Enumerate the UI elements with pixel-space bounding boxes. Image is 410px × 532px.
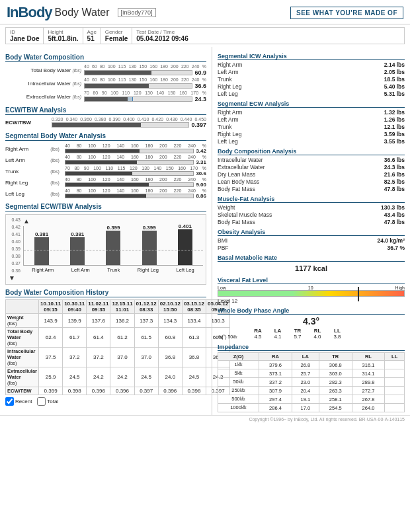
history-icw-2: 37.2 xyxy=(63,348,87,367)
segmental-section: Right Arm (lbs) 408010012014016018020022… xyxy=(5,143,206,199)
total-body-water-row: Total Body Water (lbs) 40608010011513015… xyxy=(5,64,206,76)
history-ecw-3: 24.2 xyxy=(87,367,110,387)
history-table: 10.10.1109:15 10.30.1109:40 11.02.1109:3… xyxy=(5,299,230,395)
seg-ra-fill xyxy=(65,149,140,153)
total-checkbox[interactable] xyxy=(37,397,46,406)
history-col-5: 01.12.1208:33 xyxy=(134,300,158,314)
ll-scale: 4080100120140160180200220240% xyxy=(65,188,206,193)
phase-data: ⊕(°) 50㎑ 4.5 4.1 5.7 4.0 3.8 xyxy=(218,334,405,340)
imp-col-ll: LL xyxy=(385,353,405,361)
imp-tr-4: 263.3 xyxy=(319,387,352,395)
obesity-bmi: BMI 24.0 kg/m² xyxy=(218,237,405,244)
seg-tr-value: 30.6 xyxy=(196,171,206,176)
imp-500khz: 500㎑ 297.4 19.1 258.1 267.8 xyxy=(218,395,405,404)
ecw-bar-tr: 0.399 xyxy=(106,225,120,265)
seg-right-leg-row: Right Leg (lbs) 408010012014016018020022… xyxy=(5,177,206,188)
imp-250khz: 250㎑ 307.9 20.4 263.3 272.7 xyxy=(218,387,405,395)
history-ratio-7: 0.398 xyxy=(182,387,206,395)
history-weight-row: Weight(lbs) 143.9 139.9 137.6 136.2 137.… xyxy=(6,314,230,328)
history-tbw-6: 60.8 xyxy=(158,328,182,348)
history-tbw-3: 61.4 xyxy=(87,328,110,348)
bca-icw: Intracellular Water 36.6 lbs xyxy=(218,157,405,163)
legend-total[interactable]: Total xyxy=(37,397,58,406)
bca-dry-lean: Dry Lean Mass 21.6 lbs xyxy=(218,171,405,178)
obesity-title: Obesity Analysis xyxy=(218,229,405,236)
seg-right-arm-row: Right Arm (lbs) 408010012014016018020022… xyxy=(5,143,206,154)
seg-ra-track xyxy=(65,149,194,153)
seg-right-arm-label: Right Arm xyxy=(5,146,45,152)
imp-rl-5: 267.8 xyxy=(352,395,385,404)
seg-right-leg-bar: 4080100120140160180200220240% 9.00 xyxy=(65,177,206,188)
ecw-scale: 708090100110120130140150160170% xyxy=(84,91,206,95)
patient-gender-cell: Gender Female xyxy=(101,28,132,44)
ecwtbw-track xyxy=(52,122,189,128)
history-ratio-1: 0.399 xyxy=(39,387,63,395)
seg-ll-value: 8.86 xyxy=(196,193,206,199)
history-icw-4: 37.0 xyxy=(110,348,134,367)
extracellular-water-row: Extracellular Water (lbs) 70809010011012… xyxy=(5,91,206,102)
imp-ra-6: 286.4 xyxy=(259,404,292,412)
history-ratio-6: 0.396 xyxy=(158,387,182,395)
seg-tr-fill xyxy=(65,172,132,175)
impedance-table: Z(Ω) RA LA TR RL LL 1㎑ 379.6 26.8 306.8 … xyxy=(218,352,405,412)
imp-tr-6: 254.5 xyxy=(319,404,352,412)
imp-ra-4: 307.9 xyxy=(259,387,292,395)
imp-la-2: 25.7 xyxy=(292,369,319,378)
gender-value: Female xyxy=(105,35,128,42)
history-ecw-7: 24.5 xyxy=(182,367,206,387)
imp-freq-4: 250㎑ xyxy=(218,387,259,395)
ecw-label-la: Left Arm xyxy=(71,267,90,273)
logo-area: InBody Body Water [InBody770] xyxy=(7,4,156,21)
history-icw-1: 37.5 xyxy=(39,348,63,367)
seg-ecw-title: Segmental ECW/TBW Analysis xyxy=(5,203,206,211)
icw-fill xyxy=(85,84,149,88)
history-weight-1: 143.9 xyxy=(39,314,63,328)
visceral-indicator xyxy=(358,287,359,301)
seg-la-fill xyxy=(65,161,137,164)
history-weight-5: 137.3 xyxy=(134,314,158,328)
footer: Copyright ©1996~ by InBody, Ltd. All rig… xyxy=(0,415,410,423)
seg-rl-fill xyxy=(65,183,149,186)
imp-tr-3: 282.3 xyxy=(319,378,352,387)
seg-right-leg-label: Right Leg xyxy=(5,180,45,186)
history-ecw-4: 24.2 xyxy=(110,367,134,387)
ecw-label: Extracellular Water (lbs) xyxy=(5,94,81,100)
history-ecw-6: 24.0 xyxy=(158,367,182,387)
seg-right-leg-unit: (lbs) xyxy=(45,180,65,185)
tbw-fill xyxy=(85,71,151,75)
seg-right-arm-unit: (lbs) xyxy=(45,147,65,151)
seg-left-arm-row: Left Arm (lbs) 4080100120140160180200220… xyxy=(5,155,206,165)
history-ecw-2: 24.5 xyxy=(63,367,87,387)
history-ecw-1: 25.9 xyxy=(39,367,63,387)
legend-recent[interactable]: Recent xyxy=(5,397,32,406)
ecw-section-title: Segmental ECW Analysis xyxy=(218,100,405,108)
seg-left-arm-label: Left Arm xyxy=(5,157,45,163)
imp-col-la: LA xyxy=(292,353,319,361)
history-tbw-5: 61.5 xyxy=(134,328,158,348)
tbw-label: Total Body Water (lbs) xyxy=(5,67,81,73)
history-ratio-2: 0.398 xyxy=(63,387,87,395)
ecw-rl: Right Leg 3.59 lbs xyxy=(218,131,405,137)
history-ratio-4: 0.396 xyxy=(110,387,134,395)
ecw-bar-rl: 0.399 xyxy=(142,225,157,265)
history-legend: Recent Total xyxy=(5,397,206,406)
impedance-title: Impedance xyxy=(218,344,405,351)
ecw-val-tr: 0.399 xyxy=(106,225,120,231)
header: InBody Body Water [InBody770] SEE WHAT Y… xyxy=(0,0,410,24)
recent-checkbox[interactable] xyxy=(5,397,14,406)
logo-inbody: InBody xyxy=(7,4,52,21)
icw-bar-container: 406080100115130150160180200220240% 36.6 xyxy=(84,77,206,89)
ecwtbw-fill xyxy=(52,123,141,127)
ecwtbw-scale: 0.3200.3400.3600.3800.3900.4000.4100.420… xyxy=(52,117,206,122)
imp-freq-1: 1㎑ xyxy=(218,361,259,369)
icw-track xyxy=(84,83,192,89)
seg-tr-track xyxy=(65,171,194,176)
bca-lean-body: Lean Body Mass 82.5 lbs xyxy=(218,178,405,185)
seg-left-leg-row: Left Leg (lbs) 4080100120140160180200220… xyxy=(5,188,206,199)
imp-rl-6: 264.0 xyxy=(352,404,385,412)
icw-value: 36.6 xyxy=(194,83,206,89)
mfa-smm: Skeletal Muscle Mass 43.4 lbs xyxy=(218,211,405,218)
tbw-track xyxy=(84,70,192,75)
ecwtbw-title: ECW/TBW Analysis xyxy=(5,106,206,115)
icw-la: Left Arm 2.05 lbs xyxy=(218,69,405,75)
